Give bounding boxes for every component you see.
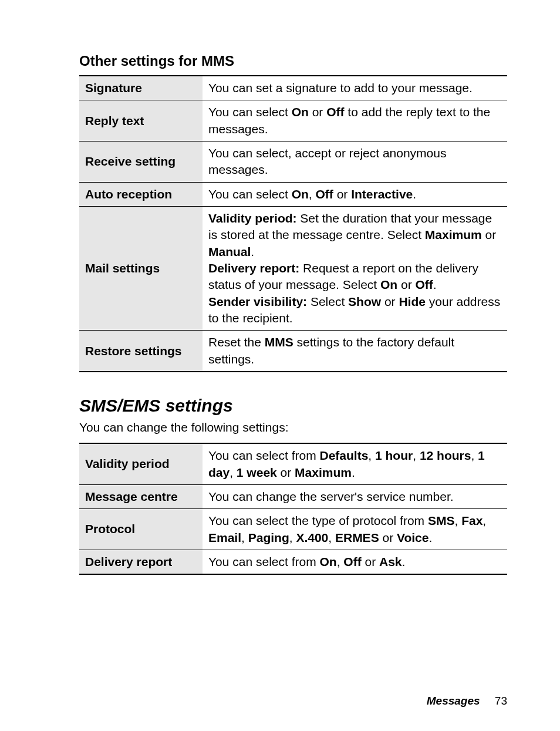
row-desc: You can change the server's service numb… [203,484,507,508]
table-row: Delivery report You can select from On, … [79,550,507,574]
row-label: Delivery report [79,550,203,574]
table-row: Protocol You can select the type of prot… [79,509,507,550]
table-row: Message centre You can change the server… [79,484,507,508]
footer-chapter: Messages [427,695,480,707]
row-label: Receive setting [79,142,203,183]
row-label: Auto reception [79,182,203,206]
table-row: Reply text You can select On or Off to a… [79,100,507,142]
row-label: Protocol [79,509,203,550]
row-desc: You can select from Defaults, 1 hour, 12… [203,443,507,484]
sms-table: Validity period You can select from Defa… [79,443,507,575]
sms-heading: SMS/EMS settings [79,396,507,416]
row-desc: You can select from On, Off or Ask. [203,550,507,574]
page-footer: Messages 73 [427,695,507,708]
row-label: Validity period [79,443,203,484]
footer-page-number: 73 [495,695,507,707]
sms-intro: You can change the following settings: [79,420,507,434]
table-row: Mail settings Validity period: Set the d… [79,207,507,331]
row-desc: You can select, accept or reject anonymo… [203,142,507,183]
table-row: Restore settings Reset the MMS settings … [79,331,507,372]
row-label: Restore settings [79,331,203,372]
row-label: Signature [79,76,203,100]
row-desc: Reset the MMS settings to the factory de… [203,331,507,372]
table-row: Signature You can set a signature to add… [79,76,507,100]
table-row: Receive setting You can select, accept o… [79,142,507,183]
row-desc: You can select On or Off to add the repl… [203,100,507,142]
row-desc: You can select the type of protocol from… [203,509,507,550]
mms-table: Signature You can set a signature to add… [79,75,507,372]
table-row: Validity period You can select from Defa… [79,443,507,484]
row-label: Reply text [79,100,203,142]
mms-heading: Other settings for MMS [79,53,507,69]
row-desc: Validity period: Set the duration that y… [203,207,507,331]
row-label: Mail settings [79,207,203,331]
row-desc: You can set a signature to add to your m… [203,76,507,100]
row-label: Message centre [79,484,203,508]
table-row: Auto reception You can select On, Off or… [79,182,507,206]
row-desc: You can select On, Off or Interactive. [203,182,507,206]
